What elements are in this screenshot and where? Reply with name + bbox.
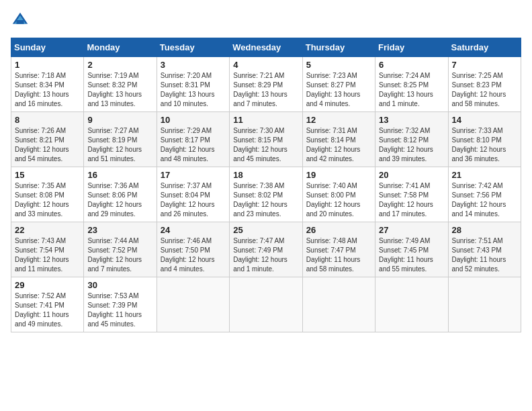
day-number: 3 bbox=[161, 60, 226, 70]
col-thursday: Thursday bbox=[302, 38, 375, 57]
page-header bbox=[11, 11, 521, 30]
table-row: 4Sunrise: 7:21 AMSunset: 8:29 PMDaylight… bbox=[230, 57, 302, 112]
table-row: 21Sunrise: 7:42 AMSunset: 7:56 PMDayligh… bbox=[448, 167, 521, 222]
day-number: 30 bbox=[87, 280, 152, 290]
calendar-week-row: 1Sunrise: 7:18 AMSunset: 8:34 PMDaylight… bbox=[11, 57, 521, 112]
table-row bbox=[230, 277, 302, 332]
day-number: 10 bbox=[161, 115, 226, 125]
table-row: 7Sunrise: 7:25 AMSunset: 8:23 PMDaylight… bbox=[448, 57, 521, 112]
table-row: 24Sunrise: 7:46 AMSunset: 7:50 PMDayligh… bbox=[157, 222, 229, 277]
day-number: 28 bbox=[452, 225, 517, 235]
day-info: Sunrise: 7:29 AMSunset: 8:17 PMDaylight:… bbox=[161, 126, 226, 164]
day-info: Sunrise: 7:33 AMSunset: 8:10 PMDaylight:… bbox=[452, 126, 517, 164]
table-row: 27Sunrise: 7:49 AMSunset: 7:45 PMDayligh… bbox=[375, 222, 448, 277]
table-row: 6Sunrise: 7:24 AMSunset: 8:25 PMDaylight… bbox=[375, 57, 448, 112]
day-info: Sunrise: 7:21 AMSunset: 8:29 PMDaylight:… bbox=[233, 71, 298, 109]
table-row: 28Sunrise: 7:51 AMSunset: 7:43 PMDayligh… bbox=[448, 222, 521, 277]
calendar-table: Sunday Monday Tuesday Wednesday Thursday… bbox=[11, 38, 521, 332]
day-number: 27 bbox=[379, 225, 444, 235]
day-number: 26 bbox=[306, 225, 371, 235]
day-number: 9 bbox=[87, 115, 152, 125]
table-row bbox=[302, 277, 375, 332]
col-saturday: Saturday bbox=[448, 38, 521, 57]
table-row: 14Sunrise: 7:33 AMSunset: 8:10 PMDayligh… bbox=[448, 112, 521, 167]
day-number: 17 bbox=[161, 170, 226, 180]
day-number: 13 bbox=[379, 115, 444, 125]
day-info: Sunrise: 7:47 AMSunset: 7:49 PMDaylight:… bbox=[233, 236, 298, 274]
svg-rect-2 bbox=[16, 20, 24, 24]
day-info: Sunrise: 7:44 AMSunset: 7:52 PMDaylight:… bbox=[87, 236, 152, 274]
day-info: Sunrise: 7:26 AMSunset: 8:21 PMDaylight:… bbox=[15, 126, 80, 164]
table-row: 1Sunrise: 7:18 AMSunset: 8:34 PMDaylight… bbox=[11, 57, 84, 112]
table-row: 10Sunrise: 7:29 AMSunset: 8:17 PMDayligh… bbox=[157, 112, 229, 167]
day-info: Sunrise: 7:48 AMSunset: 7:47 PMDaylight:… bbox=[306, 236, 371, 274]
day-info: Sunrise: 7:32 AMSunset: 8:12 PMDaylight:… bbox=[379, 126, 444, 164]
day-number: 8 bbox=[15, 115, 80, 125]
day-number: 23 bbox=[87, 225, 152, 235]
logo bbox=[11, 11, 32, 30]
col-sunday: Sunday bbox=[11, 38, 84, 57]
table-row bbox=[375, 277, 448, 332]
col-tuesday: Tuesday bbox=[157, 38, 229, 57]
table-row: 30Sunrise: 7:53 AMSunset: 7:39 PMDayligh… bbox=[84, 277, 157, 332]
calendar-week-row: 15Sunrise: 7:35 AMSunset: 8:08 PMDayligh… bbox=[11, 167, 521, 222]
day-info: Sunrise: 7:52 AMSunset: 7:41 PMDaylight:… bbox=[15, 291, 80, 329]
day-info: Sunrise: 7:35 AMSunset: 8:08 PMDaylight:… bbox=[15, 181, 80, 219]
day-info: Sunrise: 7:20 AMSunset: 8:31 PMDaylight:… bbox=[161, 71, 226, 109]
day-info: Sunrise: 7:40 AMSunset: 8:00 PMDaylight:… bbox=[306, 181, 371, 219]
table-row: 3Sunrise: 7:20 AMSunset: 8:31 PMDaylight… bbox=[157, 57, 229, 112]
table-row: 16Sunrise: 7:36 AMSunset: 8:06 PMDayligh… bbox=[84, 167, 157, 222]
table-row: 2Sunrise: 7:19 AMSunset: 8:32 PMDaylight… bbox=[84, 57, 157, 112]
table-row: 17Sunrise: 7:37 AMSunset: 8:04 PMDayligh… bbox=[157, 167, 229, 222]
day-number: 12 bbox=[306, 115, 371, 125]
table-row: 20Sunrise: 7:41 AMSunset: 7:58 PMDayligh… bbox=[375, 167, 448, 222]
day-info: Sunrise: 7:27 AMSunset: 8:19 PMDaylight:… bbox=[87, 126, 152, 164]
table-row bbox=[157, 277, 229, 332]
table-row: 15Sunrise: 7:35 AMSunset: 8:08 PMDayligh… bbox=[11, 167, 84, 222]
col-wednesday: Wednesday bbox=[230, 38, 302, 57]
day-info: Sunrise: 7:18 AMSunset: 8:34 PMDaylight:… bbox=[15, 71, 80, 109]
table-row: 8Sunrise: 7:26 AMSunset: 8:21 PMDaylight… bbox=[11, 112, 84, 167]
calendar-header-row: Sunday Monday Tuesday Wednesday Thursday… bbox=[11, 38, 521, 57]
table-row: 18Sunrise: 7:38 AMSunset: 8:02 PMDayligh… bbox=[230, 167, 302, 222]
day-number: 20 bbox=[379, 170, 444, 180]
table-row: 9Sunrise: 7:27 AMSunset: 8:19 PMDaylight… bbox=[84, 112, 157, 167]
day-number: 6 bbox=[379, 60, 444, 70]
col-friday: Friday bbox=[375, 38, 448, 57]
day-info: Sunrise: 7:31 AMSunset: 8:14 PMDaylight:… bbox=[306, 126, 371, 164]
day-info: Sunrise: 7:37 AMSunset: 8:04 PMDaylight:… bbox=[161, 181, 226, 219]
table-row: 11Sunrise: 7:30 AMSunset: 8:15 PMDayligh… bbox=[230, 112, 302, 167]
table-row bbox=[448, 277, 521, 332]
day-info: Sunrise: 7:38 AMSunset: 8:02 PMDaylight:… bbox=[233, 181, 298, 219]
day-number: 29 bbox=[15, 280, 80, 290]
table-row: 19Sunrise: 7:40 AMSunset: 8:00 PMDayligh… bbox=[302, 167, 375, 222]
table-row: 23Sunrise: 7:44 AMSunset: 7:52 PMDayligh… bbox=[84, 222, 157, 277]
day-info: Sunrise: 7:19 AMSunset: 8:32 PMDaylight:… bbox=[87, 71, 152, 109]
day-info: Sunrise: 7:46 AMSunset: 7:50 PMDaylight:… bbox=[161, 236, 226, 274]
table-row: 26Sunrise: 7:48 AMSunset: 7:47 PMDayligh… bbox=[302, 222, 375, 277]
day-number: 4 bbox=[233, 60, 298, 70]
calendar-week-row: 29Sunrise: 7:52 AMSunset: 7:41 PMDayligh… bbox=[11, 277, 521, 332]
day-info: Sunrise: 7:51 AMSunset: 7:43 PMDaylight:… bbox=[452, 236, 517, 274]
day-number: 16 bbox=[87, 170, 152, 180]
calendar-week-row: 8Sunrise: 7:26 AMSunset: 8:21 PMDaylight… bbox=[11, 112, 521, 167]
table-row: 25Sunrise: 7:47 AMSunset: 7:49 PMDayligh… bbox=[230, 222, 302, 277]
day-number: 14 bbox=[452, 115, 517, 125]
day-number: 24 bbox=[161, 225, 226, 235]
day-info: Sunrise: 7:43 AMSunset: 7:54 PMDaylight:… bbox=[15, 236, 80, 274]
day-number: 15 bbox=[15, 170, 80, 180]
table-row: 29Sunrise: 7:52 AMSunset: 7:41 PMDayligh… bbox=[11, 277, 84, 332]
day-info: Sunrise: 7:25 AMSunset: 8:23 PMDaylight:… bbox=[452, 71, 517, 109]
table-row: 5Sunrise: 7:23 AMSunset: 8:27 PMDaylight… bbox=[302, 57, 375, 112]
day-number: 5 bbox=[306, 60, 371, 70]
day-number: 25 bbox=[233, 225, 298, 235]
day-info: Sunrise: 7:53 AMSunset: 7:39 PMDaylight:… bbox=[87, 291, 152, 329]
day-info: Sunrise: 7:42 AMSunset: 7:56 PMDaylight:… bbox=[452, 181, 517, 219]
col-monday: Monday bbox=[84, 38, 157, 57]
day-info: Sunrise: 7:30 AMSunset: 8:15 PMDaylight:… bbox=[233, 126, 298, 164]
logo-icon bbox=[11, 11, 30, 30]
day-number: 7 bbox=[452, 60, 517, 70]
table-row: 13Sunrise: 7:32 AMSunset: 8:12 PMDayligh… bbox=[375, 112, 448, 167]
day-number: 19 bbox=[306, 170, 371, 180]
day-number: 21 bbox=[452, 170, 517, 180]
